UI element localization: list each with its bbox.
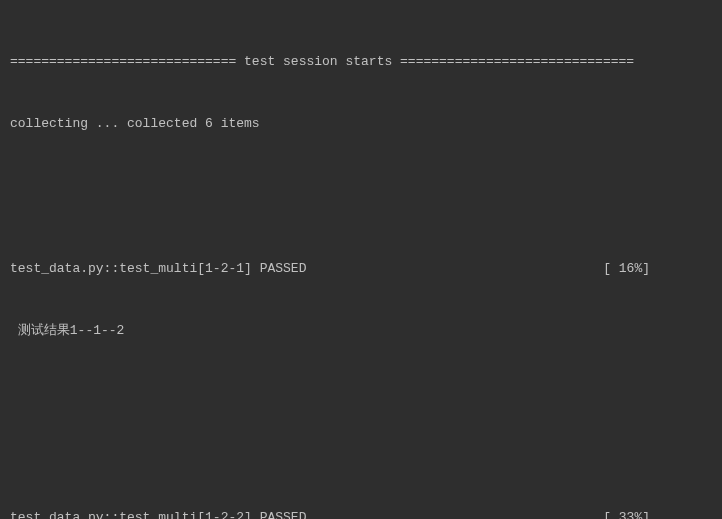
test-percent: [ 16%] <box>603 259 650 280</box>
test-result-block: test_data.py::test_multi[1-2-2] PASSED [… <box>10 466 712 519</box>
test-output: 测试结果1--1--2 <box>10 321 712 342</box>
test-percent: [ 33%] <box>603 508 650 519</box>
collecting-line: collecting ... collected 6 items <box>10 114 712 135</box>
test-line: test_data.py::test_multi[1-2-2] PASSED [… <box>10 508 650 519</box>
test-name: test_data.py::test_multi[1-2-1] PASSED <box>10 259 306 280</box>
test-name: test_data.py::test_multi[1-2-2] PASSED <box>10 508 306 519</box>
test-line: test_data.py::test_multi[1-2-1] PASSED [… <box>10 259 650 280</box>
test-result-block: test_data.py::test_multi[1-2-1] PASSED [… <box>10 217 712 383</box>
session-start-header: ============================= test sessi… <box>10 52 712 73</box>
terminal-output: ============================= test sessi… <box>10 10 712 519</box>
